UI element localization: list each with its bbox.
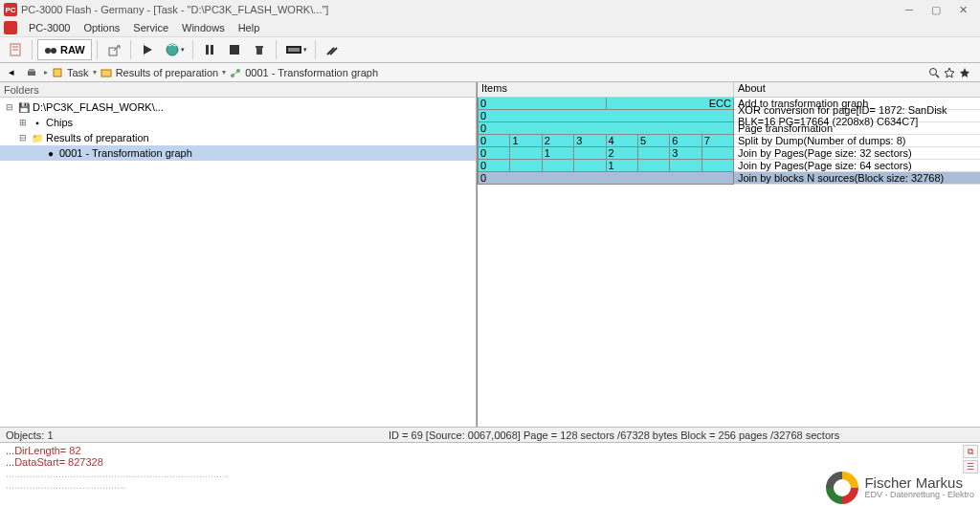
status-left: Objects: 1 [6,429,389,441]
svg-rect-15 [288,48,300,52]
main-split: Folders ⊟ 💾 D:\PC3K_FLASH_WORK\... ⊞ ▪ C… [0,82,980,427]
reload-button[interactable]: ▾ [161,39,188,60]
table-row[interactable]: 01Join by Pages(Page size: 64 sectors) [478,160,980,172]
search-icon[interactable] [928,67,940,78]
svg-point-4 [51,48,56,54]
minimize-button[interactable]: ─ [896,1,923,18]
watermark: Fischer Markus EDV - Datenrettung - Elek… [826,472,974,504]
folder-icon [100,67,112,78]
trash-button[interactable] [248,39,271,60]
binoculars-icon [44,43,57,56]
log-line-1: ...DirLength= 82 [6,445,974,456]
pause-icon [204,44,215,55]
menu-windows[interactable]: Windows [176,20,231,35]
app-icon: PC [4,3,17,16]
svg-rect-10 [211,45,213,55]
tree-root[interactable]: ⊟ 💾 D:\PC3K_FLASH_WORK\... [0,99,476,115]
items-header: Items About [478,82,980,98]
close-button[interactable]: ✕ [949,1,976,18]
items-pane: Items About 0ECCAdd to transformation gr… [477,82,980,427]
svg-rect-13 [256,46,263,48]
svg-rect-12 [256,47,262,55]
table-row[interactable]: 0Page transformation [478,122,980,135]
menu-options[interactable]: Options [78,20,125,35]
svg-line-24 [233,71,238,76]
titlebar: PC PC-3000 Flash - Germany - [Task - "D:… [0,0,980,19]
export-button[interactable] [102,39,125,60]
chip-icon [284,43,303,56]
tools-icon [324,42,340,57]
chip-button[interactable]: ▾ [281,39,310,60]
tree-graph-label: 0001 - Transformation graph [59,147,192,159]
export-icon [106,42,122,57]
svg-point-25 [930,68,937,75]
play-icon [142,44,153,55]
play-button[interactable] [136,39,159,60]
table-row[interactable]: 01234567Split by Dump(Number of dumps: 8… [478,135,980,147]
log-line-2: ...DataStart= 827328 [6,456,974,468]
folders-header: Folders [0,82,476,98]
printer-icon [26,67,37,78]
stop-button[interactable] [223,39,246,60]
menu-service[interactable]: Service [127,20,174,35]
tree-root-label: D:\PC3K_FLASH_WORK\... [33,101,164,113]
status-right: ID = 69 [Source: 0067,0068] Page = 128 s… [389,429,974,441]
tree-results[interactable]: ⊟ 📁 Results of preparation [0,130,476,145]
drive-icon: 💾 [17,101,31,113]
raw-label: RAW [60,44,85,55]
pause-button[interactable] [198,39,221,60]
menubar: PC-3000 Options Service Windows Help [0,19,980,36]
tree-chips[interactable]: ⊞ ▪ Chips [0,115,476,130]
tree-chips-label: Chips [46,117,73,128]
window-title: PC-3000 Flash - Germany - [Task - "D:\PC… [21,4,896,15]
svg-marker-7 [144,45,152,55]
tree-graph[interactable]: ● 0001 - Transformation graph [0,145,476,161]
maximize-button[interactable]: ▢ [923,1,949,18]
star-outline-icon[interactable] [944,67,955,78]
svg-line-26 [936,75,939,77]
svg-rect-20 [54,69,61,77]
col-items[interactable]: Items [478,82,734,97]
breadcrumb-dd2[interactable]: ▾ [222,68,226,77]
task-icon [52,67,63,78]
raw-button[interactable]: RAW [37,39,92,60]
table-row[interactable]: 0Join by blocks N sources(Block size: 32… [478,172,980,185]
breadcrumb-task[interactable]: Task [67,67,89,78]
svg-rect-9 [206,45,209,55]
folder-small-icon: 📁 [31,132,44,143]
breadcrumb-results[interactable]: Results of preparation [116,67,219,78]
menu-pc3000[interactable]: PC-3000 [23,20,76,35]
table-row[interactable]: 0123Join by Pages(Page size: 32 sectors) [478,147,980,160]
menu-help[interactable]: Help [233,20,266,35]
folders-pane: Folders ⊟ 💾 D:\PC3K_FLASH_WORK\... ⊞ ▪ C… [0,82,477,427]
svg-rect-11 [230,45,239,55]
new-task-button[interactable] [4,39,27,60]
svg-point-3 [45,48,51,54]
trash-icon [253,43,266,56]
svg-point-8 [167,44,178,55]
watermark-name: Fischer Markus [864,475,974,492]
globe-reload-icon [164,41,181,58]
graph-small-icon: ● [44,147,57,159]
chip-small-icon: ▪ [31,117,44,128]
breadcrumb-sep: ▸ [44,68,48,77]
items-body[interactable]: 0ECCAdd to transformation graph0XOR conv… [478,98,980,427]
breadcrumb-graph[interactable]: 0001 - Transformation graph [245,67,378,78]
toolbar: RAW ▾ ▾ [0,36,980,63]
print-button[interactable] [23,65,40,80]
log-pane: ...DirLength= 82 ...DataStart= 827328 ..… [0,442,980,506]
app-small-icon [4,21,17,34]
document-icon [8,42,23,57]
log-copy-button[interactable]: ⧉ [963,445,978,458]
nav-back-button[interactable]: ◂ [4,65,19,80]
breadcrumb-bar: ◂ ▸ Task ▾ Results of preparation ▾ 0001… [0,63,980,82]
star-filled-icon[interactable] [959,67,970,78]
status-bar: Objects: 1 ID = 69 [Source: 0067,0068] P… [0,427,980,442]
graph-icon [230,67,241,78]
table-row[interactable]: 0XOR conversion for page[ID= 1872: SanDi… [478,110,980,122]
svg-marker-27 [945,68,954,77]
col-about[interactable]: About [734,82,980,97]
folder-tree[interactable]: ⊟ 💾 D:\PC3K_FLASH_WORK\... ⊞ ▪ Chips ⊟ 📁… [0,98,476,427]
breadcrumb-dd[interactable]: ▾ [93,68,97,77]
tools-button[interactable] [321,39,344,60]
